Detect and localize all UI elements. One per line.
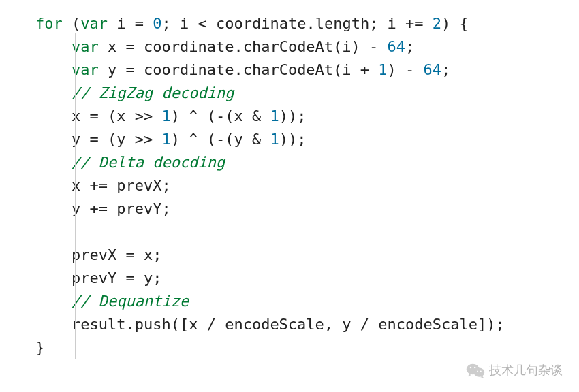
code-line: y += prevY;: [35, 200, 171, 217]
indent-guide: [75, 33, 76, 359]
code-line: y = (y >> 1) ^ (-(y & 1));: [35, 131, 306, 148]
watermark-text: 技术几句杂谈: [489, 362, 563, 378]
number-token: 0: [153, 15, 161, 32]
number-token: 1: [161, 131, 170, 148]
comment-token: // Dequantize: [72, 293, 189, 310]
code-line: result.push([x / encodeScale, y / encode…: [35, 316, 505, 333]
number-token: 64: [388, 38, 406, 55]
comment-token: // ZigZag decoding: [72, 84, 234, 101]
svg-point-1: [474, 368, 485, 377]
number-token: 2: [433, 15, 441, 32]
code-line: [35, 223, 72, 240]
code-block: for (var i = 0; i < coordinate.length; i…: [0, 0, 579, 359]
number-token: 64: [424, 61, 442, 78]
code-line: x = (x >> 1) ^ (-(x & 1));: [35, 108, 306, 125]
keyword-token: for: [35, 15, 63, 32]
code-line: // Dequantize: [35, 293, 189, 310]
code-line: for (var i = 0; i < coordinate.length; i…: [35, 15, 469, 32]
code-line: x += prevX;: [35, 177, 171, 194]
code-line: var x = coordinate.charCodeAt(i) - 64;: [35, 38, 414, 55]
code-line: // Delta deocding: [35, 154, 225, 171]
number-token: 1: [270, 131, 279, 148]
code-line: // ZigZag decoding: [35, 84, 234, 101]
svg-point-2: [470, 367, 471, 368]
svg-point-3: [474, 367, 475, 368]
svg-point-4: [477, 371, 478, 372]
number-token: 1: [270, 108, 279, 125]
keyword-token: var: [80, 15, 108, 32]
number-token: 1: [161, 108, 170, 125]
wechat-icon: [466, 362, 485, 378]
comment-token: // Delta deocding: [72, 154, 225, 171]
svg-point-5: [480, 371, 482, 372]
code-line: var y = coordinate.charCodeAt(i + 1) - 6…: [35, 61, 450, 78]
code-line: }: [35, 339, 44, 356]
number-token: 1: [378, 61, 387, 78]
code-line: prevY = y;: [35, 270, 161, 287]
watermark: 技术几句杂谈: [466, 362, 563, 378]
code-line: prevX = x;: [35, 246, 161, 263]
